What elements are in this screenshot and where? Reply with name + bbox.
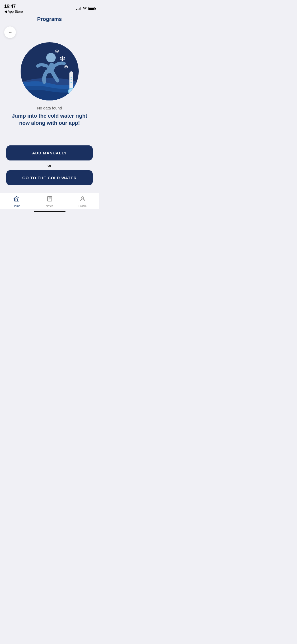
notes-icon <box>46 196 53 204</box>
home-label: Home <box>13 204 20 208</box>
profile-icon <box>79 196 86 204</box>
status-time: 16:47 <box>4 4 23 9</box>
back-arrow-icon: ← <box>8 30 12 35</box>
svg-point-10 <box>69 89 74 94</box>
nav-header: Programs <box>0 15 99 24</box>
main-content: ❄ ❄ ❄ No data found Jump into the cold w… <box>0 40 99 193</box>
svg-point-1 <box>46 53 56 62</box>
svg-text:❄: ❄ <box>64 64 68 70</box>
wifi-icon <box>83 7 87 11</box>
notes-label: Notes <box>46 204 53 208</box>
svg-point-15 <box>82 197 84 199</box>
status-left: 16:47 ◀ App Store <box>4 4 23 13</box>
profile-label: Profile <box>78 204 87 208</box>
tab-bar: Home Notes Profile <box>0 193 99 209</box>
headline-text: Jump into the cold water right now along… <box>6 112 93 127</box>
tab-profile[interactable]: Profile <box>66 196 99 208</box>
tab-notes[interactable]: Notes <box>33 196 66 208</box>
buttons-section: ADD MANUALLY or GO TO THE COLD WATER <box>6 145 93 188</box>
back-btn-area: ← <box>0 24 99 40</box>
svg-rect-6 <box>70 77 72 78</box>
svg-rect-8 <box>70 82 72 83</box>
app-store-link[interactable]: ◀ App Store <box>4 10 23 13</box>
svg-text:❄: ❄ <box>55 48 59 55</box>
go-to-cold-water-button[interactable]: GO TO THE COLD WATER <box>6 170 93 185</box>
illustration-svg: ❄ ❄ ❄ <box>21 42 79 100</box>
svg-rect-7 <box>70 79 72 80</box>
status-icons <box>76 7 95 11</box>
home-indicator <box>0 209 99 215</box>
or-label: or <box>6 160 93 170</box>
no-data-label: No data found <box>37 106 62 110</box>
svg-rect-5 <box>69 71 73 90</box>
status-bar: 16:47 ◀ App Store <box>0 0 99 15</box>
tab-home[interactable]: Home <box>0 196 33 208</box>
back-button[interactable]: ← <box>4 26 16 38</box>
battery-icon <box>88 7 95 10</box>
svg-text:❄: ❄ <box>59 55 65 63</box>
circle-background: ❄ ❄ ❄ <box>21 42 79 100</box>
home-icon <box>13 196 20 204</box>
page-title: Programs <box>37 16 62 22</box>
illustration-container: ❄ ❄ ❄ <box>21 42 79 100</box>
signal-icon <box>76 7 81 10</box>
add-manually-button[interactable]: ADD MANUALLY <box>6 145 93 160</box>
home-bar <box>34 211 65 212</box>
